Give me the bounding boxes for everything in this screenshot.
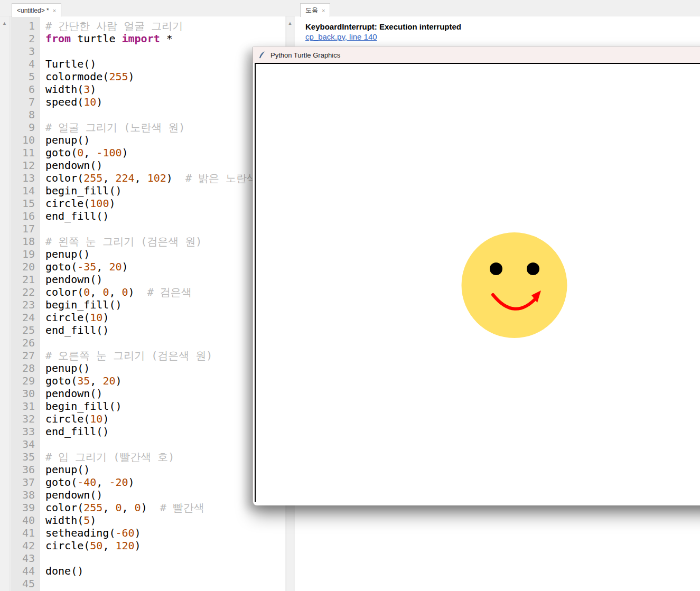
code-line-text bbox=[40, 45, 45, 58]
code-line-text: # 왼쪽 눈 그리기 (검은색 원) bbox=[40, 235, 202, 248]
editor-tab[interactable]: <untitled> * × bbox=[12, 3, 61, 17]
code-line-text: circle(10) bbox=[40, 311, 109, 324]
code-line[interactable]: 45 bbox=[11, 577, 285, 590]
code-line[interactable]: 33end_fill() bbox=[11, 425, 285, 438]
line-number: 42 bbox=[11, 539, 40, 552]
code-line[interactable]: 10penup() bbox=[11, 134, 285, 146]
line-number: 40 bbox=[11, 514, 40, 527]
code-line[interactable]: 37goto(-40, -20) bbox=[11, 476, 285, 489]
code-line[interactable]: 40width(5) bbox=[11, 514, 285, 527]
tab-strip bbox=[0, 0, 700, 16]
code-line[interactable]: 29goto(35, 20) bbox=[11, 374, 285, 387]
line-number: 29 bbox=[11, 374, 40, 387]
code-line[interactable]: 32circle(10) bbox=[11, 412, 285, 425]
code-line[interactable]: 30pendown() bbox=[11, 387, 285, 400]
code-line-text: done() bbox=[40, 565, 83, 577]
code-line-text: goto(-40, -20) bbox=[40, 476, 135, 489]
line-number: 5 bbox=[11, 70, 40, 83]
code-line[interactable]: 22color(0, 0, 0) # 검은색 bbox=[11, 286, 285, 298]
code-line[interactable]: 15circle(100) bbox=[11, 197, 285, 210]
code-line[interactable]: 39color(255, 0, 0) # 빨간색 bbox=[11, 501, 285, 514]
code-line[interactable]: 7speed(10) bbox=[11, 96, 285, 108]
code-line[interactable]: 19penup() bbox=[11, 248, 285, 260]
scroll-up-icon[interactable]: ▲ bbox=[0, 21, 9, 26]
line-number: 16 bbox=[11, 210, 40, 222]
line-number: 18 bbox=[11, 235, 40, 248]
code-line[interactable]: 9# 얼굴 그리기 (노란색 원) bbox=[11, 121, 285, 134]
code-line-text: setheading(-60) bbox=[40, 527, 141, 539]
code-line-text: from turtle import * bbox=[40, 32, 173, 45]
code-lines[interactable]: 1# 간단한 사람 얼굴 그리기2from turtle import *34T… bbox=[11, 20, 285, 590]
code-line-text: goto(-35, 20) bbox=[40, 260, 128, 273]
code-line[interactable]: 27# 오른쪽 눈 그리기 (검은색 원) bbox=[11, 349, 285, 362]
code-line[interactable]: 3 bbox=[11, 45, 285, 58]
code-line-text: Turtle() bbox=[40, 58, 96, 70]
line-number: 15 bbox=[11, 197, 40, 210]
line-number: 9 bbox=[11, 121, 40, 134]
line-number: 24 bbox=[11, 311, 40, 324]
code-line[interactable]: 28penup() bbox=[11, 362, 285, 374]
scroll-up-icon[interactable]: ▲ bbox=[286, 21, 294, 26]
code-line[interactable]: 25end_fill() bbox=[11, 324, 285, 336]
error-location-link[interactable]: cp_back.py, line 140 bbox=[305, 32, 377, 41]
help-content: KeyboardInterrupt: Execution interrupted… bbox=[295, 16, 700, 42]
code-line[interactable]: 16end_fill() bbox=[11, 210, 285, 222]
code-line[interactable]: 31begin_fill() bbox=[11, 400, 285, 412]
line-number: 1 bbox=[11, 20, 40, 32]
code-line[interactable]: 8 bbox=[11, 108, 285, 121]
code-line[interactable]: 38pendown() bbox=[11, 489, 285, 501]
code-line[interactable]: 13color(255, 224, 102) # 밝은 노란색 bbox=[11, 172, 285, 184]
code-line[interactable]: 23begin_fill() bbox=[11, 298, 285, 311]
code-line[interactable]: 17 bbox=[11, 222, 285, 235]
help-tab[interactable]: 도움 × bbox=[300, 3, 330, 17]
code-line[interactable]: 11goto(0, -100) bbox=[11, 146, 285, 159]
line-number: 28 bbox=[11, 362, 40, 374]
code-line[interactable]: 6width(3) bbox=[11, 83, 285, 96]
code-line-text: pendown() bbox=[40, 273, 102, 286]
line-number: 27 bbox=[11, 349, 40, 362]
code-line-text: begin_fill() bbox=[40, 400, 122, 412]
line-number: 14 bbox=[11, 184, 40, 197]
code-line[interactable]: 2from turtle import * bbox=[11, 32, 285, 45]
code-line[interactable]: 4Turtle() bbox=[11, 58, 285, 70]
line-number: 6 bbox=[11, 83, 40, 96]
line-number: 17 bbox=[11, 222, 40, 235]
code-line[interactable]: 34 bbox=[11, 438, 285, 451]
code-line-text: end_fill() bbox=[40, 324, 109, 336]
code-line[interactable]: 26 bbox=[11, 336, 285, 349]
code-line-text: penup() bbox=[40, 248, 90, 260]
code-line[interactable]: 41setheading(-60) bbox=[11, 527, 285, 539]
code-line-text bbox=[40, 222, 45, 235]
code-line[interactable]: 43 bbox=[11, 552, 285, 565]
editor-tab-label: <untitled> * bbox=[17, 7, 49, 14]
line-number: 2 bbox=[11, 32, 40, 45]
line-number: 30 bbox=[11, 387, 40, 400]
line-number: 41 bbox=[11, 527, 40, 539]
close-icon[interactable]: × bbox=[322, 7, 325, 14]
window-titlebar[interactable]: Python Turtle Graphics bbox=[253, 47, 700, 63]
code-line[interactable]: 24circle(10) bbox=[11, 311, 285, 324]
code-line[interactable]: 21pendown() bbox=[11, 273, 285, 286]
code-line[interactable]: 42circle(50, 120) bbox=[11, 539, 285, 552]
editor-pane[interactable]: 1# 간단한 사람 얼굴 그리기2from turtle import *34T… bbox=[11, 16, 285, 591]
code-line[interactable]: 44done() bbox=[11, 565, 285, 577]
line-number: 3 bbox=[11, 45, 40, 58]
code-line-text: circle(100) bbox=[40, 197, 115, 210]
close-icon[interactable]: × bbox=[53, 7, 56, 14]
code-line[interactable]: 1# 간단한 사람 얼굴 그리기 bbox=[11, 20, 285, 32]
code-line[interactable]: 12pendown() bbox=[11, 159, 285, 172]
code-line[interactable]: 36penup() bbox=[11, 463, 285, 476]
line-number: 35 bbox=[11, 451, 40, 463]
code-line-text: circle(10) bbox=[40, 412, 109, 425]
face-circle bbox=[462, 232, 567, 338]
code-line-text: width(3) bbox=[40, 83, 96, 96]
code-line[interactable]: 20goto(-35, 20) bbox=[11, 260, 285, 273]
code-line[interactable]: 14begin_fill() bbox=[11, 184, 285, 197]
left-scrollbar[interactable]: ▲ bbox=[0, 16, 10, 591]
line-number: 8 bbox=[11, 108, 40, 121]
code-line-text: # 얼굴 그리기 (노란색 원) bbox=[40, 121, 185, 134]
code-line-text: goto(35, 20) bbox=[40, 374, 122, 387]
code-line[interactable]: 5colormode(255) bbox=[11, 70, 285, 83]
code-line[interactable]: 35# 입 그리기 (빨간색 호) bbox=[11, 451, 285, 463]
code-line[interactable]: 18# 왼쪽 눈 그리기 (검은색 원) bbox=[11, 235, 285, 248]
